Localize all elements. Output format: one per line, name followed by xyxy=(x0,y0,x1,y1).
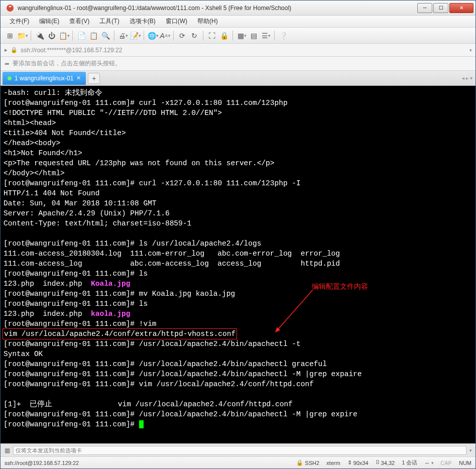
font-icon[interactable]: AA▾ xyxy=(159,30,170,41)
svg-point-0 xyxy=(7,5,14,12)
menu-help[interactable]: 帮助(H) xyxy=(193,16,222,27)
menu-tools[interactable]: 工具(T) xyxy=(95,16,123,27)
session-tab[interactable]: 1 wangruifenglinux-01 ✕ xyxy=(3,72,86,85)
status-connection: ssh://root@192.168.57.129:22 xyxy=(5,460,79,466)
compose-bar: ▦ ▾ xyxy=(1,443,475,456)
cascade-icon[interactable]: ▤ xyxy=(248,30,259,41)
hint-bar: ➦ 要添加当前会话，点击左侧的箭头按钮。 xyxy=(1,57,475,71)
tab-nav-arrows[interactable]: ◂ ▸ ▾ xyxy=(462,75,472,81)
menu-file[interactable]: 文件(F) xyxy=(6,16,33,27)
menu-edit[interactable]: 编辑(E) xyxy=(35,16,63,27)
main-window: wangruifenglinux-01 - root@wangruifeng-0… xyxy=(0,0,476,469)
compose-dropdown-icon[interactable]: ▾ xyxy=(469,448,471,453)
xagent-icon[interactable]: ⟳ xyxy=(177,30,188,41)
tab-close-icon[interactable]: ✕ xyxy=(76,75,81,81)
terminal-cursor xyxy=(139,420,144,428)
paste-icon[interactable]: 📋 xyxy=(88,30,99,41)
arrange-icon[interactable]: ☰▾ xyxy=(260,30,271,41)
menu-window[interactable]: 窗口(W) xyxy=(162,16,191,27)
compose-input[interactable] xyxy=(13,446,466,455)
status-num: NUM xyxy=(459,460,471,466)
search-icon[interactable]: 🔍 xyxy=(100,30,111,41)
menu-tabs[interactable]: 选项卡(B) xyxy=(126,16,160,27)
status-dot-icon xyxy=(8,76,12,80)
status-sessions: 1 会话 xyxy=(402,459,417,466)
tile-icon[interactable]: ▦▾ xyxy=(236,30,247,41)
minimize-button[interactable]: ─ xyxy=(417,3,432,13)
annotation-label: 编辑配置文件内容 xyxy=(312,281,368,291)
copy-icon[interactable]: 📄 xyxy=(76,30,87,41)
tab-bar: 1 wangruifenglinux-01 ✕ + ◂ ▸ ▾ xyxy=(1,71,475,86)
hint-arrow-icon[interactable]: ➦ xyxy=(5,60,10,67)
disconnect-icon[interactable]: ⏻ xyxy=(46,30,57,41)
lock-small-icon: 🔒 xyxy=(11,47,18,53)
properties-icon[interactable]: 📋▾ xyxy=(58,30,69,41)
log-icon[interactable]: 📝▾ xyxy=(130,30,141,41)
reconnect-icon[interactable]: 🔌 xyxy=(34,30,45,41)
menubar: 文件(F) 编辑(E) 查看(V) 工具(T) 选项卡(B) 窗口(W) 帮助(… xyxy=(1,16,475,28)
status-termtype: xterm xyxy=(326,460,340,466)
address-dropdown-icon[interactable]: ▾ xyxy=(469,48,471,53)
status-proto: 🔒 SSH2 xyxy=(296,459,319,466)
status-cap: CAP xyxy=(440,460,452,466)
status-link-icon[interactable]: ↔ ▾ xyxy=(424,460,433,466)
new-session-icon[interactable]: ⊞ xyxy=(5,30,16,41)
app-icon xyxy=(6,4,15,13)
lock-icon[interactable]: 🔒 xyxy=(218,30,229,41)
globe-icon[interactable]: 🌐▾ xyxy=(147,30,158,41)
status-bar: ssh://root@192.168.57.129:22 🔒 SSH2 xter… xyxy=(1,456,475,468)
hint-text: 要添加当前会话，点击左侧的箭头按钮。 xyxy=(13,59,121,68)
compose-icon[interactable]: ▦ xyxy=(5,447,10,454)
maximize-button[interactable]: ☐ xyxy=(433,3,448,13)
window-buttons: ─ ☐ ✕ xyxy=(416,3,473,13)
tab-label: 1 wangruifenglinux-01 xyxy=(15,75,73,82)
highlighted-command: vim /usr/local/apache2.4/conf/extra/http… xyxy=(3,328,237,339)
toolbar: ⊞ 📁▾ 🔌 ⏻ 📋▾ 📄 📋 🔍 🖨▾ 📝▾ 🌐▾ AA▾ ⟳ ↻ ⛶ 🔒 ▦… xyxy=(1,28,475,44)
status-pos: ⠿ 34,32 xyxy=(376,459,395,466)
address-text[interactable]: ssh://root:********@192.168.57.129:22 xyxy=(21,47,466,54)
open-folder-icon[interactable]: 📁▾ xyxy=(17,30,28,41)
titlebar[interactable]: wangruifenglinux-01 - root@wangruifeng-0… xyxy=(1,1,475,16)
terminal[interactable]: -bash: curll: 未找到命令 [root@wangruifeng-01… xyxy=(1,86,475,443)
fullscreen-icon[interactable]: ⛶ xyxy=(206,30,217,41)
window-title: wangruifenglinux-01 - root@wangruifeng-0… xyxy=(18,5,416,12)
address-bar: ▸ 🔒 ssh://root:********@192.168.57.129:2… xyxy=(1,44,475,57)
new-tab-button[interactable]: + xyxy=(88,73,100,84)
svg-line-1 xyxy=(276,290,313,332)
connect-arrow-icon[interactable]: ▸ xyxy=(5,47,8,53)
close-button[interactable]: ✕ xyxy=(449,3,473,13)
xftp-icon[interactable]: ↻ xyxy=(189,30,200,41)
menu-view[interactable]: 查看(V) xyxy=(65,16,93,27)
status-size: ⇕ 90x34 xyxy=(347,459,369,466)
print-icon[interactable]: 🖨▾ xyxy=(117,30,129,41)
help-icon[interactable]: ❔ xyxy=(278,30,289,41)
annotation-arrow xyxy=(273,287,318,337)
